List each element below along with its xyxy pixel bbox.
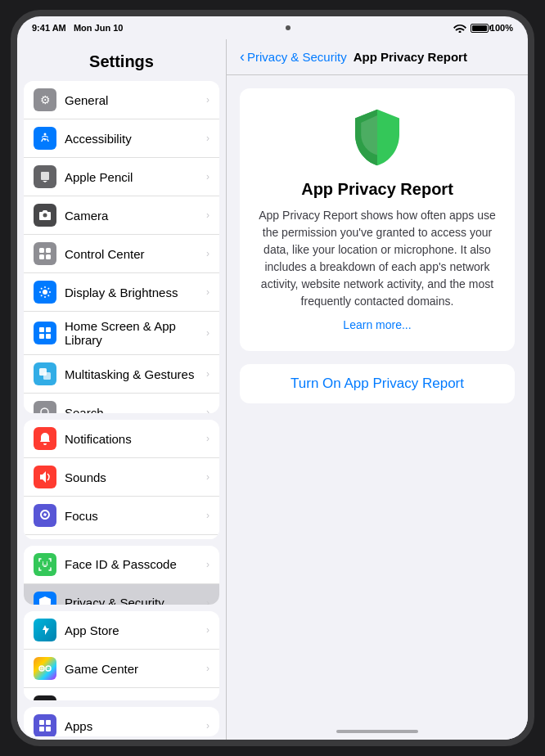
sidebar-header: Settings	[17, 39, 226, 78]
svg-point-23	[41, 408, 48, 414]
sidebar-item-apple-pencil[interactable]: Apple Pencil ›	[24, 158, 219, 196]
settings-group-4: App Store › Game Center	[24, 611, 219, 700]
focus-icon	[34, 504, 56, 527]
svg-rect-22	[43, 372, 51, 380]
chevron-icon: ›	[206, 597, 209, 605]
camera-label: Camera	[65, 209, 206, 223]
sidebar-item-sounds[interactable]: Sounds ›	[24, 458, 219, 497]
sidebar-item-accessibility[interactable]: Accessibility ›	[24, 119, 219, 158]
general-icon: ⚙	[34, 88, 56, 111]
svg-point-32	[43, 561, 43, 562]
sidebar-item-multitasking[interactable]: Multitasking & Gestures ›	[24, 355, 219, 394]
status-time: 9:41 AM Mon Jun 10	[32, 23, 123, 33]
chevron-icon: ›	[206, 368, 209, 380]
card-title: App Privacy Report	[256, 180, 498, 199]
svg-rect-20	[46, 334, 51, 339]
multitasking-icon	[34, 362, 56, 385]
right-panel: ‹ Privacy & Security App Privacy Report	[227, 39, 528, 740]
display-label: Display & Brightness	[65, 286, 206, 299]
sidebar-item-display[interactable]: Display & Brightness ›	[24, 273, 219, 312]
back-chevron-icon: ‹	[240, 48, 245, 65]
control-center-icon	[34, 242, 56, 265]
svg-line-14	[48, 295, 49, 296]
sidebar-item-camera[interactable]: Camera ›	[24, 196, 219, 235]
nav-header: ‹ Privacy & Security App Privacy Report	[227, 39, 528, 75]
chevron-icon: ›	[206, 209, 209, 221]
svg-point-3	[43, 214, 47, 218]
date: Mon Jun 10	[74, 23, 124, 33]
status-dot	[286, 25, 291, 30]
nav-back-button[interactable]: ‹ Privacy & Security	[240, 48, 347, 65]
chevron-icon: ›	[206, 407, 209, 413]
camera-icon	[34, 204, 56, 227]
svg-rect-45	[46, 727, 51, 731]
nav-back-label: Privacy & Security	[247, 50, 347, 64]
svg-rect-17	[39, 327, 44, 332]
chevron-icon: ›	[206, 286, 209, 298]
chevron-icon: ›	[206, 248, 209, 259]
privacy-icon	[34, 592, 56, 605]
apps-label: Apps	[65, 719, 206, 733]
chevron-icon: ›	[206, 720, 209, 731]
svg-point-0	[44, 133, 47, 136]
sidebar-item-wallet[interactable]: Wallet & Apple Pay ›	[24, 688, 219, 700]
wallet-icon	[34, 695, 56, 700]
privacy-report-card: App Privacy Report App Privacy Report sh…	[240, 88, 515, 351]
multitasking-label: Multitasking & Gestures	[65, 367, 206, 381]
sidebar-item-appstore[interactable]: App Store ›	[24, 611, 219, 650]
sidebar-item-faceid[interactable]: Face ID & Passcode ›	[24, 546, 219, 584]
shield-icon-container	[348, 108, 407, 167]
turn-on-label: Turn On App Privacy Report	[291, 376, 464, 391]
turn-on-button-container[interactable]: Turn On App Privacy Report	[240, 364, 515, 403]
sidebar: Settings ⚙ General ›	[17, 39, 227, 740]
faceid-label: Face ID & Passcode	[65, 557, 206, 571]
chevron-icon: ›	[206, 133, 209, 144]
svg-point-39	[48, 668, 49, 669]
faceid-icon	[34, 553, 56, 576]
sidebar-item-control-center[interactable]: Control Center ›	[24, 235, 219, 273]
svg-line-13	[41, 288, 42, 289]
settings-group-1: ⚙ General › Accessibility ›	[24, 81, 219, 413]
chevron-icon: ›	[206, 171, 209, 182]
svg-rect-44	[39, 727, 44, 731]
sidebar-item-notifications[interactable]: Notifications ›	[24, 420, 219, 458]
sidebar-item-focus[interactable]: Focus ›	[24, 497, 219, 535]
chevron-icon: ›	[206, 663, 209, 674]
home-bar	[336, 730, 418, 733]
gamecenter-icon	[34, 657, 56, 680]
svg-rect-7	[46, 254, 51, 259]
svg-rect-43	[46, 720, 51, 725]
chevron-icon: ›	[206, 559, 209, 570]
chevron-icon: ›	[206, 510, 209, 521]
svg-rect-42	[39, 720, 44, 725]
svg-point-8	[43, 290, 47, 295]
svg-point-35	[46, 666, 51, 671]
sidebar-item-search[interactable]: Search ›	[24, 394, 219, 413]
apple-pencil-label: Apple Pencil	[65, 170, 206, 184]
card-description: App Privacy Report shows how often apps …	[256, 207, 498, 310]
sidebar-item-home-screen[interactable]: Home Screen & App Library ›	[24, 312, 219, 355]
battery: 100%	[471, 23, 513, 33]
svg-rect-19	[39, 334, 44, 339]
settings-group-2: Notifications › Sounds ›	[24, 420, 219, 539]
learn-more-link[interactable]: Learn more...	[256, 318, 498, 331]
sidebar-item-general[interactable]: ⚙ General ›	[24, 81, 219, 119]
chevron-icon: ›	[206, 471, 209, 483]
sidebar-title: Settings	[30, 52, 213, 71]
home-screen-icon	[34, 322, 56, 344]
svg-rect-4	[39, 248, 44, 253]
control-center-label: Control Center	[65, 247, 206, 261]
sidebar-item-apps[interactable]: Apps ›	[24, 707, 219, 736]
time: 9:41 AM	[32, 23, 66, 33]
svg-marker-2	[43, 181, 47, 182]
wifi-icon	[453, 23, 466, 33]
accessibility-label: Accessibility	[65, 132, 206, 146]
search-label: Search	[65, 406, 206, 414]
notifications-icon	[34, 427, 56, 450]
sidebar-item-screen-time[interactable]: Screen Time ›	[24, 535, 219, 539]
sidebar-item-gamecenter[interactable]: Game Center ›	[24, 650, 219, 688]
chevron-icon: ›	[206, 624, 209, 636]
main-content: Settings ⚙ General ›	[17, 39, 528, 740]
sidebar-item-privacy[interactable]: Privacy & Security ›	[24, 584, 219, 605]
chevron-icon: ›	[206, 433, 209, 444]
